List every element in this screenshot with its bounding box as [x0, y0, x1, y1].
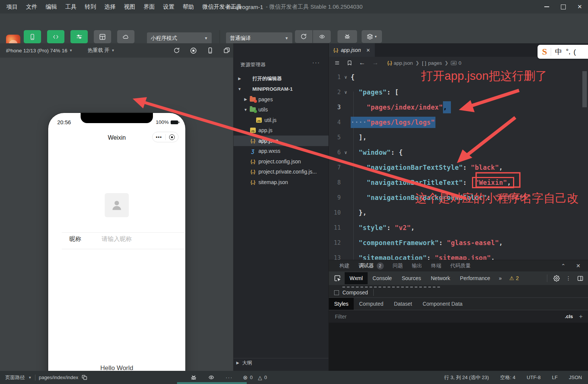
- breadcrumb-item-app.json[interactable]: {..}app.json: [387, 60, 413, 66]
- tree-item-pages[interactable]: ▶pages: [234, 94, 328, 105]
- menu-选择[interactable]: 选择: [100, 3, 120, 11]
- ime-toolbar[interactable]: S 中 °, (: [538, 45, 588, 59]
- menu-文件[interactable]: 文件: [22, 3, 41, 11]
- devtools-tab-Performance[interactable]: Performance: [455, 272, 495, 284]
- devtools-tab-Console[interactable]: Console: [368, 272, 397, 284]
- breadcrumb-item-pages[interactable]: [ ]pages: [422, 60, 442, 66]
- mode-select[interactable]: 小程序模式 ▼: [147, 32, 212, 44]
- bug-icon[interactable]: [190, 374, 197, 381]
- status-item[interactable]: LF: [552, 375, 557, 380]
- menu-帮助[interactable]: 帮助: [179, 3, 198, 11]
- menu-设置[interactable]: 设置: [159, 3, 179, 11]
- code-line-7[interactable]: 7 "navigationBarTextStyle": "black",: [329, 160, 588, 175]
- overflow-chevron[interactable]: »: [499, 275, 502, 281]
- warning-counter[interactable]: ⚠ 2: [509, 275, 519, 281]
- status-item[interactable]: UTF-8: [527, 375, 541, 380]
- bookmark-icon[interactable]: [347, 60, 352, 66]
- forward-icon[interactable]: →: [372, 59, 379, 67]
- debug-tab-构建[interactable]: 构建: [339, 262, 350, 269]
- tree-item-MINIPROGRAM-1[interactable]: ▼MINIPROGRAM-1: [234, 84, 328, 94]
- debug-tab-终端[interactable]: 终端: [431, 262, 441, 269]
- inspect-icon[interactable]: [334, 275, 341, 282]
- eye-icon[interactable]: [208, 375, 215, 380]
- code-line-12[interactable]: 12 "componentFramework": "glass-easel",: [329, 235, 588, 250]
- status-item[interactable]: 行 3, 列 24 (选中 23): [444, 374, 489, 381]
- dock-icon[interactable]: [577, 275, 583, 282]
- menu-转到[interactable]: 转到: [81, 3, 100, 11]
- composed-checkbox[interactable]: [334, 290, 339, 295]
- collapse-icon[interactable]: ⌃: [561, 263, 566, 269]
- add-style-button[interactable]: +: [579, 313, 583, 320]
- code-line-8[interactable]: 8 "navigationBarTitleText": "Weixin",: [329, 175, 588, 190]
- code-line-11[interactable]: 11 "style": "v2",: [329, 220, 588, 235]
- back-icon[interactable]: ←: [359, 59, 365, 67]
- breadcrumb-item-0[interactable]: ab0: [451, 60, 461, 66]
- ime-lang-mode[interactable]: 中: [555, 47, 562, 57]
- device-frame-icon[interactable]: [207, 47, 214, 54]
- more-icon[interactable]: ···: [312, 59, 320, 66]
- kebab-icon[interactable]: ⋮: [566, 275, 571, 281]
- close-icon[interactable]: ✕: [571, 0, 588, 14]
- hamburger-icon[interactable]: [334, 60, 340, 66]
- tree-item-sitemap.json[interactable]: {..}sitemap.json: [234, 177, 328, 187]
- multi-window-icon[interactable]: [223, 47, 230, 54]
- menu-工具[interactable]: 工具: [61, 3, 81, 11]
- page-path-label[interactable]: 页面路径: [5, 374, 25, 381]
- devtools-tab-Network[interactable]: Network: [426, 272, 455, 284]
- code-line-1[interactable]: 1∨{: [329, 70, 588, 85]
- tree-item-utils[interactable]: ▼utils: [234, 105, 328, 115]
- tree-item-app.wxss[interactable]: Ʒapp.wxss: [234, 146, 328, 157]
- devtools-tab-Sources[interactable]: Sources: [397, 272, 426, 284]
- code-line-13[interactable]: 13 "sitemapLocation": "sitemap.json",: [329, 250, 588, 260]
- hot-reload-toggle[interactable]: 热重载 开: [88, 47, 110, 54]
- minimize-icon[interactable]: [538, 0, 555, 14]
- style-tab-Dataset[interactable]: Dataset: [389, 298, 417, 310]
- fold-chevron-icon[interactable]: ∨: [341, 90, 351, 95]
- style-tab-Styles[interactable]: Styles: [329, 298, 354, 310]
- more-icon[interactable]: ···: [226, 375, 233, 380]
- debug-tab-输出[interactable]: 输出: [412, 262, 422, 269]
- debug-tab-代码质量[interactable]: 代码质量: [451, 262, 471, 269]
- menu-视图[interactable]: 视图: [120, 3, 139, 11]
- cls-toggle[interactable]: .cls: [565, 314, 573, 319]
- menu-编辑[interactable]: 编辑: [41, 3, 61, 11]
- avatar-upload-button[interactable]: [105, 193, 129, 217]
- fold-chevron-icon[interactable]: ∨: [341, 150, 351, 155]
- devtools-tab-Wxml[interactable]: Wxml: [345, 272, 368, 284]
- code-line-9[interactable]: 9 "navigationBarBackgroundColor": "#ffff…: [329, 190, 588, 205]
- nickname-input[interactable]: 请输入昵称: [102, 235, 132, 243]
- code-line-4[interactable]: 4····"pages/logs/logs": [329, 115, 588, 130]
- tree-item-[interactable]: ▶打开的编辑器: [234, 73, 328, 84]
- restart-icon[interactable]: [173, 47, 180, 54]
- style-tab-Component-Data[interactable]: Component Data: [417, 298, 468, 310]
- debug-tab-调试器[interactable]: 调试器2: [359, 262, 384, 270]
- copy-icon[interactable]: [82, 375, 87, 380]
- maximize-icon[interactable]: [555, 0, 571, 14]
- code-editor[interactable]: 1∨{2∨ "pages": [3 "pages/index/index",4·…: [329, 69, 588, 260]
- close-icon[interactable]: ✕: [366, 47, 370, 53]
- tree-item-app.json[interactable]: {..}app.json: [234, 136, 328, 146]
- status-item[interactable]: JSON: [569, 375, 582, 380]
- menu-界面[interactable]: 界面: [139, 3, 159, 11]
- tree-item-project.config.json[interactable]: {..}project.config.json: [234, 156, 328, 167]
- code-line-3[interactable]: 3 "pages/index/index",: [329, 100, 588, 115]
- gear-icon[interactable]: [553, 275, 560, 282]
- ime-punct-mode[interactable]: °,: [566, 48, 570, 56]
- tree-item-util.js[interactable]: JSutil.js: [234, 115, 328, 125]
- filter-input[interactable]: Filter: [335, 314, 347, 320]
- exit-button[interactable]: [166, 134, 179, 140]
- code-line-10[interactable]: 10 },: [329, 205, 588, 220]
- tab-app-json[interactable]: {..} app.json ✕: [329, 43, 375, 57]
- fold-chevron-icon[interactable]: ∨: [341, 75, 351, 80]
- compile-select[interactable]: 普通编译 ▼: [226, 32, 292, 44]
- stop-icon[interactable]: [190, 47, 197, 54]
- debug-tab-问题[interactable]: 问题: [393, 262, 403, 269]
- device-selector[interactable]: iPhone 12/13 (Pro) 74% 16: [6, 48, 67, 53]
- tree-item-app.js[interactable]: JSapp.js: [234, 125, 328, 136]
- status-item[interactable]: 空格: 4: [500, 374, 515, 381]
- close-icon[interactable]: ✕: [576, 263, 580, 269]
- code-line-5[interactable]: 5 ],: [329, 130, 588, 145]
- outline-section[interactable]: ▶ 大纲: [234, 358, 328, 367]
- more-button[interactable]: •••: [153, 134, 165, 140]
- style-tab-Computed[interactable]: Computed: [354, 298, 389, 310]
